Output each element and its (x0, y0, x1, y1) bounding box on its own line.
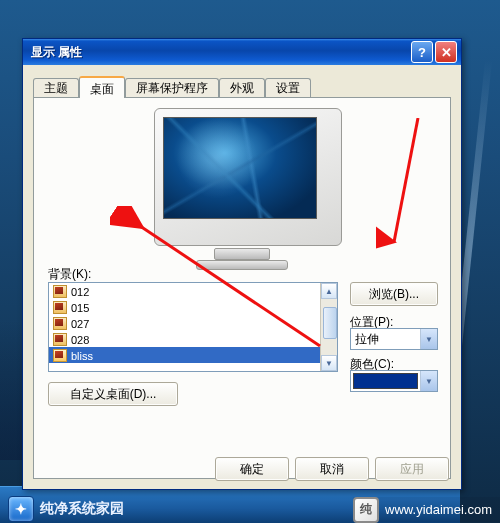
list-item-label: 015 (71, 302, 89, 314)
dialog-button-row: 确定 取消 应用 (23, 457, 461, 481)
help-button[interactable]: ? (411, 41, 433, 63)
list-item-selected[interactable]: bliss (49, 347, 337, 363)
image-file-icon (53, 317, 67, 330)
scroll-down-button[interactable]: ▼ (321, 355, 337, 371)
ok-button[interactable]: 确定 (215, 457, 289, 481)
list-item[interactable]: 015 (49, 299, 337, 315)
apply-button[interactable]: 应用 (375, 457, 449, 481)
button-label: 浏览(B)... (369, 286, 419, 303)
tab-label: 主题 (44, 81, 68, 95)
tab-label: 桌面 (90, 82, 114, 96)
button-label: 自定义桌面(D)... (70, 386, 157, 403)
scroll-thumb[interactable] (323, 307, 337, 339)
chevron-down-icon[interactable]: ▼ (420, 371, 437, 391)
cancel-button[interactable]: 取消 (295, 457, 369, 481)
close-button[interactable]: ✕ (435, 41, 457, 63)
watermark-brand: ✦ 纯净系统家园 (0, 495, 124, 523)
list-item-label: 012 (71, 286, 89, 298)
button-label: 应用 (400, 461, 424, 478)
button-label: 取消 (320, 461, 344, 478)
tab-label: 外观 (230, 81, 254, 95)
close-icon: ✕ (441, 45, 452, 60)
tab-label: 设置 (276, 81, 300, 95)
brand-badge-icon: ✦ (8, 496, 34, 522)
chevron-down-icon[interactable]: ▼ (420, 329, 437, 349)
image-file-icon (53, 349, 67, 362)
customize-desktop-button[interactable]: 自定义桌面(D)... (48, 382, 178, 406)
preview-screen (163, 117, 317, 219)
scroll-up-button[interactable]: ▲ (321, 283, 337, 299)
tab-desktop[interactable]: 桌面 (79, 76, 125, 98)
browse-button[interactable]: 浏览(B)... (350, 282, 438, 306)
brand-text: 纯净系统家园 (40, 500, 124, 518)
button-label: 确定 (240, 461, 264, 478)
position-combobox[interactable]: 拉伸 ▼ (350, 328, 438, 350)
help-icon: ? (418, 45, 426, 60)
image-file-icon (53, 333, 67, 346)
list-item-label: 027 (71, 318, 89, 330)
tab-panel-desktop: 背景(K): 012 015 027 028 bliss ▲ ▼ 浏览(B)..… (33, 97, 451, 479)
display-properties-dialog: 显示 属性 ? ✕ 主题 桌面 屏幕保护程序 外观 设置 背景(K): 012 … (22, 38, 462, 490)
image-file-icon (53, 285, 67, 298)
list-item[interactable]: 027 (49, 315, 337, 331)
url-badge-icon: 纯 (353, 497, 379, 523)
color-picker[interactable]: ▼ (350, 370, 438, 392)
list-item[interactable]: 028 (49, 331, 337, 347)
scrollbar[interactable]: ▲ ▼ (320, 283, 337, 371)
background-listbox[interactable]: 012 015 027 028 bliss ▲ ▼ (48, 282, 338, 372)
monitor-preview (154, 108, 330, 258)
list-item-label: bliss (71, 350, 93, 362)
url-text: www.yidaimei.com (385, 502, 492, 517)
desktop-background: 显示 属性 ? ✕ 主题 桌面 屏幕保护程序 外观 设置 背景(K): 012 … (0, 0, 500, 523)
color-swatch (353, 373, 418, 389)
window-title: 显示 属性 (31, 44, 409, 61)
watermark-url: 纯 www.yidaimei.com (353, 497, 500, 522)
tab-label: 屏幕保护程序 (136, 81, 208, 95)
background-label: 背景(K): (48, 266, 91, 283)
image-file-icon (53, 301, 67, 314)
list-item-label: 028 (71, 334, 89, 346)
combo-value: 拉伸 (351, 331, 420, 348)
list-item[interactable]: 012 (49, 283, 337, 299)
tab-row: 主题 桌面 屏幕保护程序 外观 设置 (33, 75, 311, 97)
titlebar[interactable]: 显示 属性 ? ✕ (23, 39, 461, 65)
